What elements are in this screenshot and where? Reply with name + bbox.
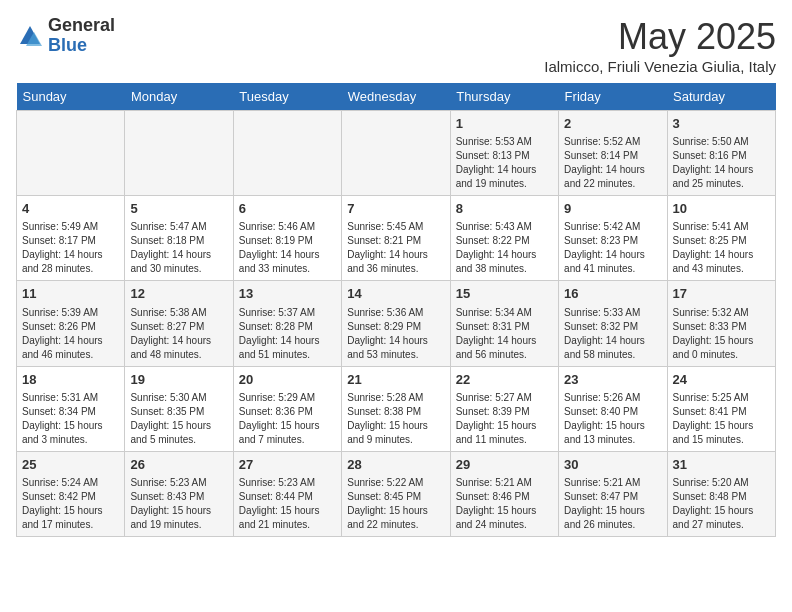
calendar-week-row: 1Sunrise: 5:53 AM Sunset: 8:13 PM Daylig… (17, 111, 776, 196)
day-number: 28 (347, 456, 444, 474)
calendar-week-row: 25Sunrise: 5:24 AM Sunset: 8:42 PM Dayli… (17, 451, 776, 536)
day-info: Sunrise: 5:39 AM Sunset: 8:26 PM Dayligh… (22, 306, 119, 362)
day-number: 2 (564, 115, 661, 133)
weekday-header-wednesday: Wednesday (342, 83, 450, 111)
day-number: 8 (456, 200, 553, 218)
calendar-cell: 31Sunrise: 5:20 AM Sunset: 8:48 PM Dayli… (667, 451, 775, 536)
day-info: Sunrise: 5:34 AM Sunset: 8:31 PM Dayligh… (456, 306, 553, 362)
day-number: 10 (673, 200, 770, 218)
calendar-cell: 14Sunrise: 5:36 AM Sunset: 8:29 PM Dayli… (342, 281, 450, 366)
day-info: Sunrise: 5:27 AM Sunset: 8:39 PM Dayligh… (456, 391, 553, 447)
day-info: Sunrise: 5:47 AM Sunset: 8:18 PM Dayligh… (130, 220, 227, 276)
page-header: General Blue May 2025 Ialmicco, Friuli V… (16, 16, 776, 75)
calendar-week-row: 4Sunrise: 5:49 AM Sunset: 8:17 PM Daylig… (17, 196, 776, 281)
calendar-cell: 17Sunrise: 5:32 AM Sunset: 8:33 PM Dayli… (667, 281, 775, 366)
day-number: 12 (130, 285, 227, 303)
weekday-header-saturday: Saturday (667, 83, 775, 111)
day-number: 5 (130, 200, 227, 218)
day-number: 27 (239, 456, 336, 474)
day-info: Sunrise: 5:25 AM Sunset: 8:41 PM Dayligh… (673, 391, 770, 447)
calendar-week-row: 11Sunrise: 5:39 AM Sunset: 8:26 PM Dayli… (17, 281, 776, 366)
calendar-cell: 13Sunrise: 5:37 AM Sunset: 8:28 PM Dayli… (233, 281, 341, 366)
day-number: 29 (456, 456, 553, 474)
calendar-cell: 24Sunrise: 5:25 AM Sunset: 8:41 PM Dayli… (667, 366, 775, 451)
day-info: Sunrise: 5:43 AM Sunset: 8:22 PM Dayligh… (456, 220, 553, 276)
calendar-cell: 1Sunrise: 5:53 AM Sunset: 8:13 PM Daylig… (450, 111, 558, 196)
day-info: Sunrise: 5:24 AM Sunset: 8:42 PM Dayligh… (22, 476, 119, 532)
calendar-cell: 10Sunrise: 5:41 AM Sunset: 8:25 PM Dayli… (667, 196, 775, 281)
calendar-cell: 23Sunrise: 5:26 AM Sunset: 8:40 PM Dayli… (559, 366, 667, 451)
weekday-header-monday: Monday (125, 83, 233, 111)
day-number: 26 (130, 456, 227, 474)
calendar-cell: 29Sunrise: 5:21 AM Sunset: 8:46 PM Dayli… (450, 451, 558, 536)
day-number: 11 (22, 285, 119, 303)
day-number: 6 (239, 200, 336, 218)
day-info: Sunrise: 5:45 AM Sunset: 8:21 PM Dayligh… (347, 220, 444, 276)
calendar-cell: 30Sunrise: 5:21 AM Sunset: 8:47 PM Dayli… (559, 451, 667, 536)
weekday-header-thursday: Thursday (450, 83, 558, 111)
calendar-cell: 15Sunrise: 5:34 AM Sunset: 8:31 PM Dayli… (450, 281, 558, 366)
calendar-cell: 22Sunrise: 5:27 AM Sunset: 8:39 PM Dayli… (450, 366, 558, 451)
month-title: May 2025 (544, 16, 776, 58)
weekday-header-tuesday: Tuesday (233, 83, 341, 111)
day-number: 30 (564, 456, 661, 474)
day-number: 17 (673, 285, 770, 303)
day-number: 3 (673, 115, 770, 133)
day-info: Sunrise: 5:31 AM Sunset: 8:34 PM Dayligh… (22, 391, 119, 447)
calendar-cell: 2Sunrise: 5:52 AM Sunset: 8:14 PM Daylig… (559, 111, 667, 196)
day-number: 16 (564, 285, 661, 303)
calendar-cell: 19Sunrise: 5:30 AM Sunset: 8:35 PM Dayli… (125, 366, 233, 451)
day-info: Sunrise: 5:21 AM Sunset: 8:46 PM Dayligh… (456, 476, 553, 532)
day-info: Sunrise: 5:26 AM Sunset: 8:40 PM Dayligh… (564, 391, 661, 447)
day-number: 9 (564, 200, 661, 218)
day-number: 31 (673, 456, 770, 474)
day-info: Sunrise: 5:23 AM Sunset: 8:44 PM Dayligh… (239, 476, 336, 532)
day-info: Sunrise: 5:53 AM Sunset: 8:13 PM Dayligh… (456, 135, 553, 191)
calendar-cell: 18Sunrise: 5:31 AM Sunset: 8:34 PM Dayli… (17, 366, 125, 451)
title-block: May 2025 Ialmicco, Friuli Venezia Giulia… (544, 16, 776, 75)
calendar-cell: 6Sunrise: 5:46 AM Sunset: 8:19 PM Daylig… (233, 196, 341, 281)
day-info: Sunrise: 5:37 AM Sunset: 8:28 PM Dayligh… (239, 306, 336, 362)
day-info: Sunrise: 5:36 AM Sunset: 8:29 PM Dayligh… (347, 306, 444, 362)
calendar-cell: 28Sunrise: 5:22 AM Sunset: 8:45 PM Dayli… (342, 451, 450, 536)
location-subtitle: Ialmicco, Friuli Venezia Giulia, Italy (544, 58, 776, 75)
day-info: Sunrise: 5:21 AM Sunset: 8:47 PM Dayligh… (564, 476, 661, 532)
calendar-cell: 9Sunrise: 5:42 AM Sunset: 8:23 PM Daylig… (559, 196, 667, 281)
calendar-cell (125, 111, 233, 196)
day-number: 1 (456, 115, 553, 133)
calendar-cell: 11Sunrise: 5:39 AM Sunset: 8:26 PM Dayli… (17, 281, 125, 366)
logo: General Blue (16, 16, 115, 56)
calendar-table: SundayMondayTuesdayWednesdayThursdayFrid… (16, 83, 776, 537)
calendar-cell: 12Sunrise: 5:38 AM Sunset: 8:27 PM Dayli… (125, 281, 233, 366)
calendar-cell: 3Sunrise: 5:50 AM Sunset: 8:16 PM Daylig… (667, 111, 775, 196)
day-info: Sunrise: 5:29 AM Sunset: 8:36 PM Dayligh… (239, 391, 336, 447)
calendar-cell: 8Sunrise: 5:43 AM Sunset: 8:22 PM Daylig… (450, 196, 558, 281)
calendar-cell: 5Sunrise: 5:47 AM Sunset: 8:18 PM Daylig… (125, 196, 233, 281)
day-info: Sunrise: 5:22 AM Sunset: 8:45 PM Dayligh… (347, 476, 444, 532)
day-number: 7 (347, 200, 444, 218)
day-number: 23 (564, 371, 661, 389)
calendar-cell (17, 111, 125, 196)
day-info: Sunrise: 5:33 AM Sunset: 8:32 PM Dayligh… (564, 306, 661, 362)
day-info: Sunrise: 5:32 AM Sunset: 8:33 PM Dayligh… (673, 306, 770, 362)
day-number: 19 (130, 371, 227, 389)
day-info: Sunrise: 5:23 AM Sunset: 8:43 PM Dayligh… (130, 476, 227, 532)
calendar-cell: 16Sunrise: 5:33 AM Sunset: 8:32 PM Dayli… (559, 281, 667, 366)
day-number: 20 (239, 371, 336, 389)
calendar-cell (233, 111, 341, 196)
day-number: 14 (347, 285, 444, 303)
logo-text: General Blue (48, 16, 115, 56)
day-info: Sunrise: 5:52 AM Sunset: 8:14 PM Dayligh… (564, 135, 661, 191)
calendar-week-row: 18Sunrise: 5:31 AM Sunset: 8:34 PM Dayli… (17, 366, 776, 451)
calendar-cell: 20Sunrise: 5:29 AM Sunset: 8:36 PM Dayli… (233, 366, 341, 451)
logo-icon (16, 22, 44, 50)
day-info: Sunrise: 5:41 AM Sunset: 8:25 PM Dayligh… (673, 220, 770, 276)
calendar-cell: 4Sunrise: 5:49 AM Sunset: 8:17 PM Daylig… (17, 196, 125, 281)
day-number: 4 (22, 200, 119, 218)
calendar-cell: 7Sunrise: 5:45 AM Sunset: 8:21 PM Daylig… (342, 196, 450, 281)
day-number: 18 (22, 371, 119, 389)
day-number: 25 (22, 456, 119, 474)
day-info: Sunrise: 5:42 AM Sunset: 8:23 PM Dayligh… (564, 220, 661, 276)
day-number: 22 (456, 371, 553, 389)
weekday-header-sunday: Sunday (17, 83, 125, 111)
